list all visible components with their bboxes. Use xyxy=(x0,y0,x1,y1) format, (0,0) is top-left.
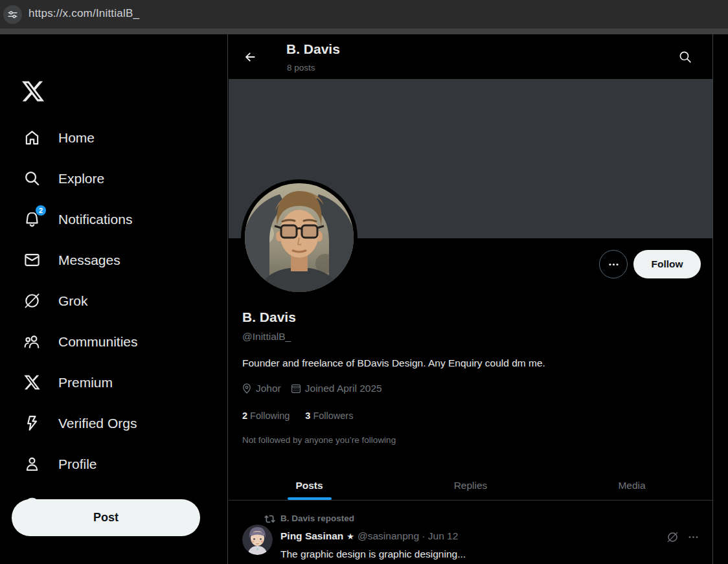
star-badge: ★ xyxy=(347,532,354,541)
person-icon xyxy=(23,455,41,473)
following-label: Following xyxy=(250,411,290,421)
tab-posts[interactable]: Posts xyxy=(229,471,390,500)
post-author-name[interactable]: Ping Sasinan xyxy=(280,530,343,542)
post-author-meta[interactable]: @sasinanpng · Jun 12 xyxy=(358,530,458,542)
active-tab-underline xyxy=(288,497,332,500)
sidebar-item-grok[interactable]: Grok xyxy=(0,280,227,321)
x-logo[interactable] xyxy=(21,79,45,104)
sidebar-item-label: Notifications xyxy=(58,212,132,227)
sidebar-item-label: Communities xyxy=(58,334,138,350)
repost-context: B. Davis reposted xyxy=(280,513,354,523)
x-icon xyxy=(23,374,41,391)
sidebar-item-label: Home xyxy=(58,130,95,146)
sidebar-item-profile[interactable]: Profile xyxy=(0,444,227,484)
sidebar-item-communities[interactable]: Communities xyxy=(0,321,227,362)
profile-name: B. Davis xyxy=(242,310,296,325)
sidebar-item-explore[interactable]: Explore xyxy=(0,158,227,199)
back-arrow-icon[interactable] xyxy=(243,50,257,64)
browser-address-bar[interactable]: https://x.com/InittialB_ xyxy=(0,0,728,28)
search-icon[interactable] xyxy=(678,50,692,64)
sidebar-item-home[interactable]: Home xyxy=(0,117,227,158)
zap-icon xyxy=(23,414,41,432)
bell-icon: 2 xyxy=(23,210,41,228)
more-horizontal-icon xyxy=(608,258,620,271)
sidebar-item-label: Grok xyxy=(58,293,88,309)
post-author-row: Ping Sasinan ★ @sasinanpng · Jun 12 xyxy=(280,530,458,542)
browser-bar-edge xyxy=(0,28,728,34)
sidebar-item-label: Messages xyxy=(58,253,120,268)
follow-button[interactable]: Follow xyxy=(633,250,701,278)
profile-joined: Joined April 2025 xyxy=(305,383,382,394)
followers-label: Followers xyxy=(313,411,353,421)
repost-icon xyxy=(264,513,275,525)
profile-stats: 2Following 3Followers xyxy=(242,411,353,421)
header-title: B. Davis xyxy=(286,41,340,57)
tab-replies[interactable]: Replies xyxy=(390,471,551,500)
profile-main: B. Davis 8 posts xyxy=(229,34,713,564)
envelope-icon xyxy=(23,251,41,269)
header-post-count: 8 posts xyxy=(287,63,315,73)
sidebar-item-verified-orgs[interactable]: Verified Orgs xyxy=(0,403,227,444)
sidebar: Home Explore 2 Notifications Messages xyxy=(0,34,228,564)
profile-tabs: Posts Replies Media xyxy=(229,471,712,501)
sidebar-item-label: Explore xyxy=(58,171,104,186)
followers-count: 3 xyxy=(305,411,310,421)
location-pin-icon xyxy=(241,383,253,394)
sidebar-item-label: Profile xyxy=(58,457,97,472)
followers-link[interactable]: 3Followers xyxy=(305,411,353,421)
following-link[interactable]: 2Following xyxy=(242,411,290,421)
tab-media[interactable]: Media xyxy=(551,471,712,500)
profile-meta-row: Johor Joined April 2025 xyxy=(241,383,389,394)
joined-item: Joined April 2025 xyxy=(290,383,382,394)
post-text[interactable]: The graphic design is graphic designing.… xyxy=(280,548,466,561)
notifications-badge: 2 xyxy=(35,205,47,216)
screen: https://x.com/InittialB_ Home Explore xyxy=(0,0,728,564)
post-author-avatar[interactable] xyxy=(242,525,273,555)
post-item[interactable]: B. Davis reposted xyxy=(229,501,712,564)
home-icon xyxy=(23,129,41,146)
calendar-icon xyxy=(290,383,302,394)
site-settings-icon[interactable] xyxy=(3,5,22,24)
profile-avatar[interactable] xyxy=(241,179,358,296)
grok-actions-icon[interactable] xyxy=(666,531,679,543)
following-count: 2 xyxy=(242,411,247,421)
tab-label: Media xyxy=(618,480,645,491)
sidebar-item-messages[interactable]: Messages xyxy=(0,240,227,280)
tab-label: Replies xyxy=(454,480,488,491)
sidebar-item-label: Verified Orgs xyxy=(58,416,137,431)
profile-bio: Founder and freelance of BDavis Design. … xyxy=(242,357,670,370)
tab-label: Posts xyxy=(295,480,323,491)
profile-more-button[interactable] xyxy=(599,250,628,278)
profile-header: B. Davis 8 posts xyxy=(229,34,712,79)
post-button[interactable]: Post xyxy=(12,499,200,536)
profile-avatar-image xyxy=(245,183,354,292)
profile-handle: @InittialB_ xyxy=(242,331,291,343)
sidebar-item-premium[interactable]: Premium xyxy=(0,362,227,403)
people-icon xyxy=(23,333,41,350)
sidebar-item-notifications[interactable]: 2 Notifications xyxy=(0,199,227,240)
follow-context: Not followed by anyone you’re following xyxy=(242,435,396,445)
sidebar-nav: Home Explore 2 Notifications Messages xyxy=(0,117,227,525)
post-more-icon[interactable] xyxy=(687,531,700,543)
profile-location: Johor xyxy=(256,383,281,394)
grok-icon xyxy=(23,292,41,310)
sidebar-item-label: Premium xyxy=(58,375,113,390)
search-icon xyxy=(23,170,41,187)
location-item: Johor xyxy=(241,383,281,394)
url-text: https://x.com/InittialB_ xyxy=(28,7,139,20)
